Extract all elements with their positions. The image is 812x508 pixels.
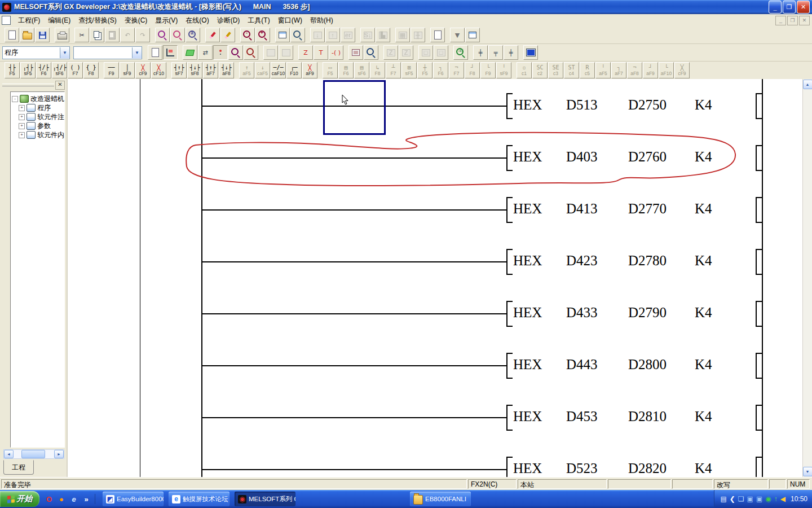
menu-item-1[interactable]: 工程(F) [14, 14, 44, 27]
copy-button[interactable] [90, 28, 104, 42]
ladder-tool-caF10-16[interactable]: ─/─caF10 [271, 62, 286, 78]
comment-view-button[interactable] [290, 28, 305, 42]
scroll-thumb[interactable] [21, 450, 45, 458]
monitor-button[interactable] [523, 45, 538, 60]
rung-delete-button[interactable]: ╪ [504, 45, 518, 60]
ladder-tool-aF7-12[interactable]: ┤↑├aF7 [203, 62, 218, 78]
pin-button[interactable] [213, 45, 228, 60]
media-icon[interactable]: ● [56, 494, 67, 504]
task-button-4[interactable]: EB8000FANLI [410, 492, 471, 506]
ladder-tool-F7-4[interactable]: ( )F7 [68, 62, 83, 78]
find-coil-button[interactable] [244, 45, 258, 60]
tree-item-2[interactable]: +软元件注 [12, 112, 64, 121]
ladder-tool-aF8-13[interactable]: ┤↓├aF8 [219, 62, 234, 78]
tree-item-3[interactable]: +参数 [12, 121, 64, 130]
tree-expand-icon[interactable]: + [19, 105, 25, 111]
ladder-tool-F9-6[interactable]: ──F9 [104, 62, 119, 78]
edit-cursor-cell[interactable] [323, 80, 386, 135]
wrap-line-button[interactable]: ⇄ [198, 45, 213, 60]
device-coil-button[interactable]: -( ) [329, 45, 343, 60]
tree-expand-icon[interactable]: + [19, 114, 25, 120]
task-button-1[interactable]: ◩EasyBuilder8000 ... [103, 492, 164, 506]
find-string-button[interactable]: a [186, 28, 200, 42]
start-button[interactable]: 开始 [0, 491, 39, 507]
chevron-collapse-icon[interactable]: ❮ [730, 496, 735, 502]
ladder-tool-aF9-18[interactable]: ╳aF9 [302, 62, 317, 78]
program-type-combo[interactable]: 程序 ▼ [2, 46, 70, 59]
find-device-button[interactable] [155, 28, 170, 42]
tree-item-1[interactable]: +程序 [12, 103, 64, 112]
ladder-tool-cF9-8[interactable]: ╳cF9 [135, 62, 151, 78]
child-restore-button[interactable]: ❐ [787, 16, 798, 25]
chip-button[interactable] [348, 45, 363, 60]
rung-edit-button[interactable]: ╤ [488, 45, 503, 60]
ladder-branch-button[interactable] [163, 45, 178, 60]
restore-button[interactable]: ❐ [783, 1, 796, 14]
chevron-more-icon[interactable]: » [81, 494, 91, 504]
child-close-button[interactable]: ✕ [799, 16, 810, 25]
block-select-combo[interactable]: ▼ [73, 46, 142, 59]
menu-item-10[interactable]: 帮助(H) [306, 14, 337, 27]
ladder-tool-sF6-3[interactable]: ╷┤/├sF6 [52, 62, 67, 78]
tree-expand-icon[interactable]: + [19, 123, 25, 129]
rung-insert-button[interactable]: ╪ [473, 45, 488, 60]
menu-item-9[interactable]: 窗口(W) [274, 14, 306, 27]
write-mode-button[interactable] [205, 28, 220, 42]
find-contact-button[interactable] [228, 45, 243, 60]
find-button[interactable] [170, 28, 185, 42]
label-button[interactable] [183, 45, 197, 60]
menu-item-7[interactable]: 诊断(D) [213, 14, 244, 27]
insert-mode-button[interactable] [220, 28, 235, 42]
pc-icon[interactable]: ▣ [747, 496, 753, 502]
close-button[interactable]: ✕ [797, 1, 810, 14]
opera-icon[interactable]: O [44, 494, 54, 504]
cut-button[interactable]: ✂ [74, 28, 89, 42]
ladder-tool-sF7-10[interactable]: ┤↑├sF7 [171, 62, 187, 78]
panel-close-icon[interactable]: ✕ [55, 81, 65, 90]
task-button-3[interactable]: ◉MELSOFT系列 GX D... [235, 492, 295, 506]
find-zoom-button[interactable] [364, 45, 378, 60]
combo-arrow-icon[interactable]: ▼ [60, 47, 69, 58]
ladder-view-button[interactable] [430, 28, 445, 42]
volume-icon[interactable]: ◀ [780, 496, 785, 502]
zoom-in-button[interactable]: + [255, 28, 270, 42]
ie-icon[interactable]: e [69, 494, 79, 504]
ladder-tool-F10-17[interactable]: ┌─F10 [286, 62, 302, 78]
device-z-button[interactable]: Z [298, 45, 313, 60]
program-copy-button[interactable] [148, 45, 162, 60]
update-icon[interactable]: ↑ [774, 496, 778, 502]
menu-item-3[interactable]: 查找/替换(S) [74, 14, 120, 27]
task-button-2[interactable]: e触摸屏技术论坛 -... [169, 492, 230, 506]
tree-root[interactable]: -改造退蜡机 [12, 94, 64, 103]
window-tile-button[interactable] [275, 28, 290, 42]
tree-expand-icon[interactable]: + [19, 132, 25, 138]
menu-item-8[interactable]: 工具(T) [244, 14, 273, 27]
ladder-tool-cF10-9[interactable]: ╳cF10 [151, 62, 166, 78]
menu-item-5[interactable]: 显示(V) [151, 14, 182, 27]
scroll-right-icon[interactable]: ► [54, 450, 64, 458]
tree-item-4[interactable]: +软元件内 [12, 130, 64, 139]
tree-collapse-icon[interactable]: - [12, 96, 18, 102]
minimize-button[interactable]: _ [769, 1, 782, 14]
ladder-tool-sF8-11[interactable]: ┤↓├sF8 [187, 62, 202, 78]
pc2-icon[interactable]: ▣ [756, 496, 762, 502]
keyboard-icon[interactable]: ▤ [720, 496, 726, 502]
panel-hscrollbar[interactable]: ◄ ► [3, 449, 64, 459]
scroll-left-icon[interactable]: ◄ [4, 450, 14, 458]
device-list-button[interactable] [465, 28, 480, 42]
device-trace-button[interactable]: ▼ [450, 28, 465, 42]
program-check-button[interactable]: ☏ [453, 45, 468, 60]
save-button[interactable] [35, 28, 50, 42]
child-minimize-button[interactable]: _ [775, 16, 786, 25]
print-button[interactable] [55, 28, 69, 42]
menu-item-2[interactable]: 编辑(E) [44, 14, 74, 27]
ladder-tool-F8-5[interactable]: { }F8 [83, 62, 99, 78]
ladder-edit-area[interactable]: HEXD513D2750K4HEXD403D2760K4HEXD413D2770… [68, 79, 812, 477]
combo-arrow-icon[interactable]: ▼ [132, 47, 142, 58]
new-button[interactable] [5, 28, 19, 42]
zoom-out-button[interactable]: - [240, 28, 255, 42]
ladder-tool-sF9-7[interactable]: │sF9 [120, 62, 135, 78]
open-button[interactable] [20, 28, 34, 42]
scroll-up-icon[interactable]: ▲ [803, 80, 812, 89]
network-icon[interactable]: ❏ [738, 496, 744, 502]
